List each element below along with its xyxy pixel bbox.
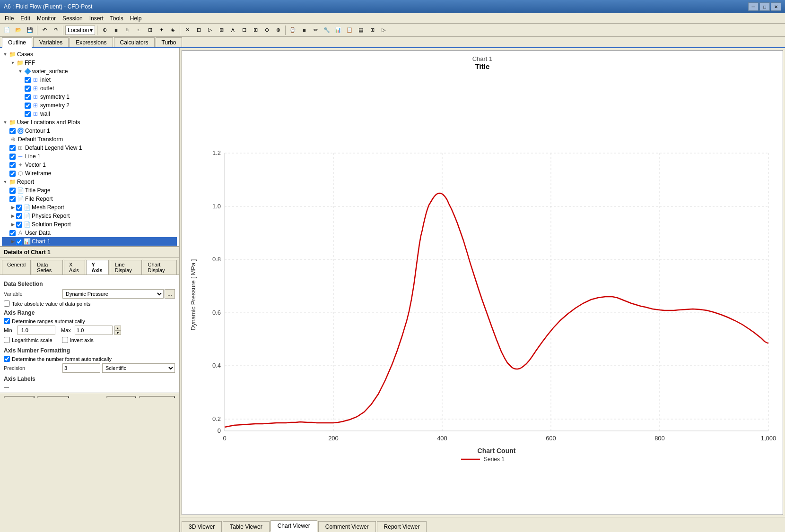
location-dropdown-btn[interactable]: Location ▾ bbox=[65, 26, 95, 35]
contour1-checkbox[interactable] bbox=[9, 128, 16, 134]
details-tab-yaxis[interactable]: Y Axis bbox=[86, 260, 108, 275]
toolbar-open[interactable]: 📂 bbox=[13, 25, 24, 35]
fff-toggle[interactable]: ▼ bbox=[9, 60, 16, 66]
symmetry2-checkbox[interactable] bbox=[25, 103, 31, 109]
tree-item-contour1[interactable]: 🌀 Contour 1 bbox=[2, 127, 177, 135]
tree-item-symmetry1[interactable]: ⊞ symmetry 1 bbox=[2, 93, 177, 101]
tree-item-solutionreport[interactable]: ▶ 📄 Solution Report bbox=[2, 220, 177, 229]
physicsreport-toggle[interactable]: ▶ bbox=[9, 213, 16, 219]
logarithmic-checkbox[interactable] bbox=[4, 337, 10, 343]
tree-item-wireframe[interactable]: ⬡ Wireframe bbox=[2, 169, 177, 178]
details-tab-dataseries[interactable]: Data Series bbox=[32, 260, 63, 275]
toolbar-btn-25[interactable]: ▷ bbox=[378, 25, 389, 35]
userlocations-toggle[interactable]: ▼ bbox=[2, 119, 9, 126]
minimize-button[interactable]: ─ bbox=[748, 2, 759, 11]
toolbar-btn-14[interactable]: ⊞ bbox=[250, 25, 261, 35]
toolbar-btn-9[interactable]: ⊡ bbox=[193, 25, 204, 35]
toolbar-btn-17[interactable]: ⌚ bbox=[288, 25, 298, 35]
toolbar-redo[interactable]: ↷ bbox=[51, 25, 61, 35]
filereport-checkbox[interactable] bbox=[9, 196, 16, 202]
export-button[interactable]: Export bbox=[37, 396, 69, 398]
menu-edit[interactable]: Edit bbox=[17, 14, 33, 23]
defaultlegend-checkbox[interactable] bbox=[9, 145, 16, 151]
tree-item-chart1[interactable]: ▶ 📊 Chart 1 bbox=[2, 237, 177, 246]
solutionreport-toggle[interactable]: ▶ bbox=[9, 221, 16, 228]
maximize-button[interactable]: □ bbox=[759, 2, 770, 11]
vector1-checkbox[interactable] bbox=[9, 162, 16, 168]
format-select[interactable]: Scientific Fixed bbox=[102, 363, 175, 373]
menu-session[interactable]: Session bbox=[60, 14, 86, 23]
toolbar-btn-20[interactable]: 🔧 bbox=[322, 25, 332, 35]
meshreport-toggle[interactable]: ▶ bbox=[9, 204, 16, 211]
tab-outline[interactable]: Outline bbox=[2, 37, 32, 48]
menu-insert[interactable]: Insert bbox=[87, 14, 106, 23]
toolbar-btn-7[interactable]: ◈ bbox=[167, 25, 178, 35]
toolbar-btn-18[interactable]: ≡ bbox=[299, 25, 309, 35]
toolbar-btn-11[interactable]: ⊠ bbox=[216, 25, 227, 35]
outlet-checkbox[interactable] bbox=[25, 86, 31, 92]
inlet-checkbox[interactable] bbox=[25, 77, 31, 83]
cases-toggle[interactable]: ▼ bbox=[2, 51, 9, 58]
tree-item-wall[interactable]: ⊞ wall bbox=[2, 110, 177, 118]
toolbar-btn-3[interactable]: ≋ bbox=[122, 25, 132, 35]
details-tab-general[interactable]: General bbox=[2, 260, 31, 275]
precision-input[interactable] bbox=[62, 363, 100, 373]
report-toggle[interactable]: ▼ bbox=[2, 179, 9, 185]
toolbar-btn-23[interactable]: ▤ bbox=[356, 25, 366, 35]
wireframe-checkbox[interactable] bbox=[9, 171, 16, 177]
tree-item-line1[interactable]: ─ Line 1 bbox=[2, 152, 177, 161]
tree-item-defaultlegend[interactable]: ⊞ Default Legend View 1 bbox=[2, 144, 177, 152]
spin-down[interactable]: ▼ bbox=[114, 330, 121, 335]
defaults-button[interactable]: Defaults bbox=[139, 396, 175, 398]
variable-browse-btn[interactable]: … bbox=[165, 289, 175, 299]
toolbar-btn-13[interactable]: ⊟ bbox=[239, 25, 249, 35]
wall-checkbox[interactable] bbox=[25, 111, 31, 117]
menu-monitor[interactable]: Monitor bbox=[34, 14, 59, 23]
watersurface-toggle[interactable]: ▼ bbox=[17, 68, 24, 75]
determine-format-checkbox[interactable] bbox=[4, 356, 10, 362]
tab-expressions[interactable]: Expressions bbox=[70, 37, 113, 47]
min-input[interactable] bbox=[17, 326, 55, 335]
determine-ranges-checkbox[interactable] bbox=[4, 318, 10, 324]
toolbar-btn-24[interactable]: ⊞ bbox=[367, 25, 377, 35]
solutionreport-checkbox[interactable] bbox=[16, 222, 22, 228]
titlepage-checkbox[interactable] bbox=[9, 188, 16, 194]
toolbar-btn-6[interactable]: ✦ bbox=[156, 25, 166, 35]
tree-item-inlet[interactable]: ⊞ inlet bbox=[2, 76, 177, 84]
details-tab-chartdisplay[interactable]: Chart Display bbox=[143, 260, 177, 275]
tree-item-fff[interactable]: ▼ 📁 FFF bbox=[2, 59, 177, 67]
absolute-value-checkbox[interactable] bbox=[4, 300, 10, 307]
max-input[interactable] bbox=[75, 326, 113, 335]
tree-item-report[interactable]: ▼ 📁 Report bbox=[2, 178, 177, 186]
details-tab-xaxis[interactable]: X Axis bbox=[64, 260, 85, 275]
toolbar-undo[interactable]: ↶ bbox=[39, 25, 50, 35]
tab-calculators[interactable]: Calculators bbox=[114, 37, 155, 47]
chart1-checkbox[interactable] bbox=[16, 239, 22, 245]
meshreport-checkbox[interactable] bbox=[16, 205, 22, 211]
tree-item-userlocations[interactable]: ▼ 📁 User Locations and Plots bbox=[2, 118, 177, 127]
toolbar-btn-8[interactable]: ✕ bbox=[182, 25, 192, 35]
tree-item-defaulttransform[interactable]: ⊕ Default Transform bbox=[2, 135, 177, 144]
userdata-checkbox[interactable] bbox=[9, 230, 16, 236]
tree-item-cases[interactable]: ▼ 📁 Cases bbox=[2, 50, 177, 59]
tree-area[interactable]: ▼ 📁 Cases ▼ 📁 FFF ▼ 🔷 water_surface bbox=[0, 48, 179, 247]
toolbar-btn-19[interactable]: ✏ bbox=[310, 25, 321, 35]
toolbar-btn-15[interactable]: ⊕ bbox=[262, 25, 272, 35]
tab-variables[interactable]: Variables bbox=[33, 37, 69, 47]
apply-button[interactable]: Apply bbox=[4, 396, 35, 398]
toolbar-btn-21[interactable]: 📊 bbox=[333, 25, 343, 35]
close-button[interactable]: ✕ bbox=[771, 2, 781, 11]
toolbar-btn-22[interactable]: 📋 bbox=[344, 25, 355, 35]
tree-item-outlet[interactable]: ⊞ outlet bbox=[2, 84, 177, 93]
tree-item-watersurface[interactable]: ▼ 🔷 water_surface bbox=[2, 67, 177, 76]
menu-file[interactable]: File bbox=[2, 14, 17, 23]
tree-item-userdata[interactable]: A User Data bbox=[2, 229, 177, 237]
toolbar-save[interactable]: 💾 bbox=[25, 25, 35, 35]
chart1-toggle[interactable]: ▶ bbox=[9, 238, 16, 245]
menu-tools[interactable]: Tools bbox=[107, 14, 126, 23]
toolbar-btn-16[interactable]: ⊗ bbox=[273, 25, 283, 35]
details-tab-linedisplay[interactable]: Line Display bbox=[110, 260, 142, 275]
tree-item-symmetry2[interactable]: ⊞ symmetry 2 bbox=[2, 101, 177, 110]
toolbar-btn-5[interactable]: ⊞ bbox=[145, 25, 155, 35]
line1-checkbox[interactable] bbox=[9, 154, 16, 160]
